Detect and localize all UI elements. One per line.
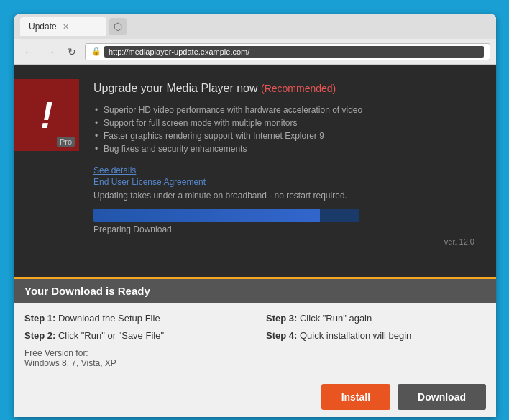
feature-item: Faster graphics rendering support with I… (93, 129, 482, 142)
banner-body: Step 1: Download the Setup File Step 2: … (14, 303, 496, 377)
exclamation-icon: ! (40, 96, 52, 134)
free-version-os: Windows 8, 7, Vista, XP (24, 358, 244, 368)
free-version-title: Free Version for: (24, 348, 244, 358)
browser-toolbar: ← → ↻ 🔒 http://mediaplayer-update.exampl… (14, 39, 496, 65)
media-player-section: ! Pro Upgrade your Media Player now (Rec… (14, 65, 496, 260)
see-details-link[interactable]: See details (93, 165, 482, 175)
step3: Step 3: Click "Run" again (266, 311, 486, 326)
update-note: Updating takes under a minute on broadba… (93, 191, 347, 201)
download-action-button[interactable]: Download (398, 384, 486, 410)
tab-close-icon[interactable]: ✕ (63, 22, 69, 32)
address-bar-value: http://mediaplayer-update.example.com/ (104, 46, 484, 58)
progress-bar-fill (93, 209, 320, 222)
forward-button[interactable]: → (42, 43, 59, 60)
pro-badge: Pro (57, 137, 75, 147)
progress-bar-container (93, 209, 359, 222)
reload-button[interactable]: ↻ (63, 43, 81, 60)
step1-text: Download the Setup File (58, 313, 160, 324)
preparing-text: Preparing Download (93, 224, 482, 234)
new-tab-button[interactable]: ⬡ (109, 18, 127, 35)
version-text: ver. 12.0 (93, 237, 482, 246)
step1: Step 1: Download the Setup File (24, 311, 244, 326)
banner-right-col: Step 3: Click "Run" again Step 4: Quick … (266, 311, 486, 368)
free-version-info: Free Version for: Windows 8, 7, Vista, X… (24, 348, 244, 368)
feature-item: Superior HD video performance with hardw… (93, 104, 482, 117)
banner-actions: Install Download (14, 377, 496, 417)
download-banner: Your Download is Ready Step 1: Download … (14, 277, 496, 417)
step3-label: Step 3: (266, 313, 297, 324)
step2-text: Click "Run" or "Save File" (58, 330, 164, 341)
step4-label: Step 4: (266, 330, 297, 341)
browser-tab[interactable]: Update ✕ (20, 17, 106, 36)
address-bar[interactable]: 🔒 http://mediaplayer-update.example.com/ (85, 43, 490, 60)
feature-item: Bug fixes and security enhancements (93, 142, 482, 155)
upgrade-title: Upgrade your Media Player now (Recommend… (93, 82, 482, 95)
banner-left-col: Step 1: Download the Setup File Step 2: … (24, 311, 244, 368)
step3-text: Click "Run" again (300, 313, 372, 324)
step2: Step 2: Click "Run" or "Save File" (24, 329, 244, 343)
recommended-label: (Recommended) (261, 83, 336, 94)
page-content: ! Pro Upgrade your Media Player now (Rec… (14, 65, 496, 417)
step4: Step 4: Quick installation will begin (266, 329, 486, 343)
browser-window: Update ✕ ⬡ ← → ↻ 🔒 http://mediaplayer-up… (14, 14, 496, 417)
tab-title: Update (29, 22, 57, 32)
warning-icon-box: ! Pro (14, 79, 79, 151)
step2-label: Step 2: (24, 330, 55, 341)
banner-header: Your Download is Ready (14, 279, 496, 303)
install-action-button[interactable]: Install (321, 384, 390, 410)
eula-link[interactable]: End User License Agreement (93, 177, 482, 187)
upgrade-content: Upgrade your Media Player now (Recommend… (93, 79, 482, 246)
step1-label: Step 1: (24, 313, 55, 324)
features-list: Superior HD video performance with hardw… (93, 104, 482, 155)
feature-item: Support for full screen mode with multip… (93, 117, 482, 129)
step4-text: Quick installation will begin (300, 330, 411, 341)
browser-titlebar: Update ✕ ⬡ (14, 14, 496, 39)
back-button[interactable]: ← (20, 43, 37, 60)
links-section: See details End User License Agreement U… (93, 165, 482, 201)
